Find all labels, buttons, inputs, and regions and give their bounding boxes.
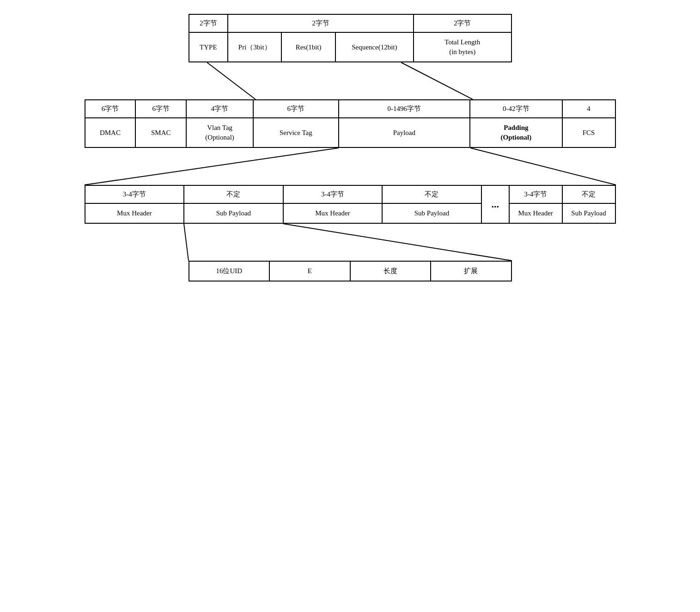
connector-top-eth [85,62,616,99]
connector-payload-mux [85,224,616,261]
main-diagram: 2字节 2字节 2字节 TYPE Pri（3bit） Res(1bit) Seq… [73,14,627,282]
dmac-label: DMAC [85,118,136,147]
payload-size: 0-1496字节 [339,100,470,118]
eth-table: 6字节 6字节 4字节 6字节 0-1496字节 0-42字节 4 DMAC S… [85,99,616,148]
connector-eth-payload [85,148,616,185]
svg-line-3 [470,148,616,185]
mux2-label: Mux Header [283,203,383,223]
mux1-size: 3-4字节 [85,185,184,203]
type-label: TYPE [189,32,228,62]
ext-label: 扩展 [431,261,511,281]
padding-size: 0-42字节 [470,100,562,118]
middle-size: 2字节 [228,14,414,32]
fcs-size: 4 [562,100,615,118]
sub1-size: 不定 [184,185,283,203]
mux1-label: Mux Header [85,203,184,223]
res-label: Res(1bit) [281,32,335,62]
mux3-label: Mux Header [509,203,562,223]
type-size: 2字节 [189,14,228,32]
vlantag-label: Vlan Tag(Optional) [186,118,253,147]
sub3-label: Sub Payload [562,203,615,223]
padding-label: Padding(Optional) [470,118,562,147]
dmac-size: 6字节 [85,100,136,118]
sub1-label: Sub Payload [184,203,283,223]
e-label: E [269,261,350,281]
sub3-size: 不定 [562,185,615,203]
sub2-label: Sub Payload [382,203,481,223]
servicetag-label: Service Tag [253,118,339,147]
svg-line-4 [184,224,189,261]
uid-label: 16位UID [189,261,270,281]
ellipsis: ... [481,185,509,223]
servicetag-size: 6字节 [253,100,339,118]
fcs-label: FCS [562,118,615,147]
smac-size: 6字节 [135,100,186,118]
sub2-size: 不定 [382,185,481,203]
type-table: 2字节 2字节 2字节 TYPE Pri（3bit） Res(1bit) Seq… [189,14,512,62]
svg-line-2 [85,148,339,185]
mux2-size: 3-4字节 [283,185,383,203]
svg-line-1 [401,62,473,99]
mux-table: 16位UID E 长度 扩展 [189,261,512,282]
length-label: 长度 [350,261,431,281]
mux3-size: 3-4字节 [509,185,562,203]
svg-line-5 [283,224,512,261]
seq-label: Sequence(12bit) [335,32,414,62]
pri-label: Pri（3bit） [228,32,281,62]
smac-label: SMAC [135,118,186,147]
svg-line-0 [207,62,256,99]
vlantag-size: 4字节 [186,100,253,118]
payload-table: 3-4字节 不定 3-4字节 不定 ... 3-4字节 不定 Mux Heade… [85,185,616,224]
right-size: 2字节 [414,14,511,32]
totlen-label: Total Length(in bytes) [414,32,511,62]
payload-label: Payload [339,118,470,147]
